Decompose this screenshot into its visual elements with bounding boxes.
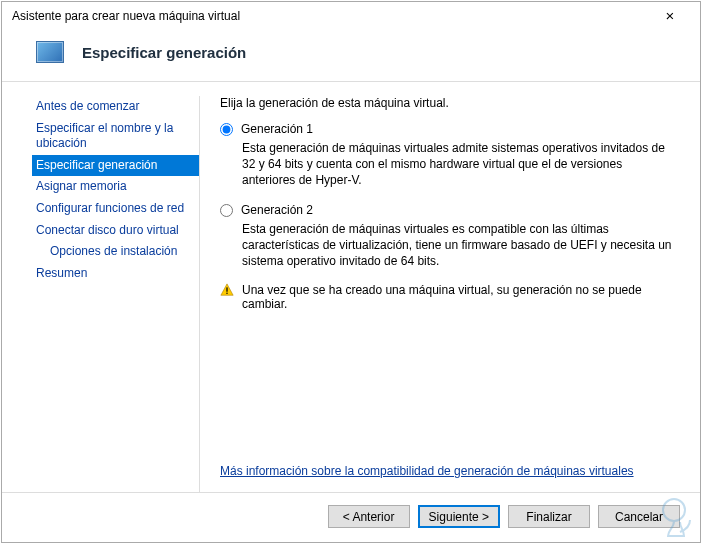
titlebar: Asistente para crear nueva máquina virtu… — [2, 2, 700, 27]
nav-item[interactable]: Configurar funciones de red — [32, 198, 199, 220]
generation-option[interactable]: Generación 1 — [220, 122, 678, 136]
next-button[interactable]: Siguiente > — [418, 505, 500, 528]
wizard-header: Especificar generación — [2, 27, 700, 82]
close-button[interactable]: × — [650, 8, 690, 23]
wizard-icon — [36, 41, 64, 63]
cancel-button[interactable]: Cancelar — [598, 505, 680, 528]
generation-description: Esta generación de máquinas virtuales ad… — [242, 140, 678, 189]
nav-item[interactable]: Opciones de instalación — [32, 241, 199, 263]
nav-item[interactable]: Antes de comenzar — [32, 96, 199, 118]
nav-item[interactable]: Conectar disco duro virtual — [32, 220, 199, 242]
page-title: Especificar generación — [82, 44, 246, 61]
wizard-content: Elija la generación de esta máquina virt… — [220, 96, 678, 492]
generation-option[interactable]: Generación 2 — [220, 203, 678, 217]
back-button[interactable]: < Anterior — [328, 505, 410, 528]
nav-item[interactable]: Asignar memoria — [32, 176, 199, 198]
wizard-footer: < Anterior Siguiente > Finalizar Cancela… — [2, 492, 700, 542]
wizard-nav: Antes de comenzarEspecificar el nombre y… — [32, 96, 200, 492]
generation-description: Esta generación de máquinas virtuales es… — [242, 221, 678, 270]
svg-rect-1 — [226, 293, 227, 294]
nav-item[interactable]: Especificar generación — [32, 155, 199, 177]
finish-button[interactable]: Finalizar — [508, 505, 590, 528]
warning-text: Una vez que se ha creado una máquina vir… — [242, 283, 678, 311]
wizard-body: Antes de comenzarEspecificar el nombre y… — [2, 82, 700, 492]
generation-radio[interactable] — [220, 123, 233, 136]
window-title: Asistente para crear nueva máquina virtu… — [12, 9, 240, 23]
warning-row: Una vez que se ha creado una máquina vir… — [220, 283, 678, 311]
generation-label: Generación 1 — [241, 122, 313, 136]
intro-text: Elija la generación de esta máquina virt… — [220, 96, 678, 110]
nav-item[interactable]: Resumen — [32, 263, 199, 285]
warning-icon — [220, 283, 234, 297]
more-info-link[interactable]: Más información sobre la compatibilidad … — [220, 464, 678, 478]
generation-label: Generación 2 — [241, 203, 313, 217]
generation-radio[interactable] — [220, 204, 233, 217]
svg-rect-0 — [226, 288, 227, 292]
wizard-window: Asistente para crear nueva máquina virtu… — [1, 1, 701, 543]
nav-item[interactable]: Especificar el nombre y la ubicación — [32, 118, 199, 155]
